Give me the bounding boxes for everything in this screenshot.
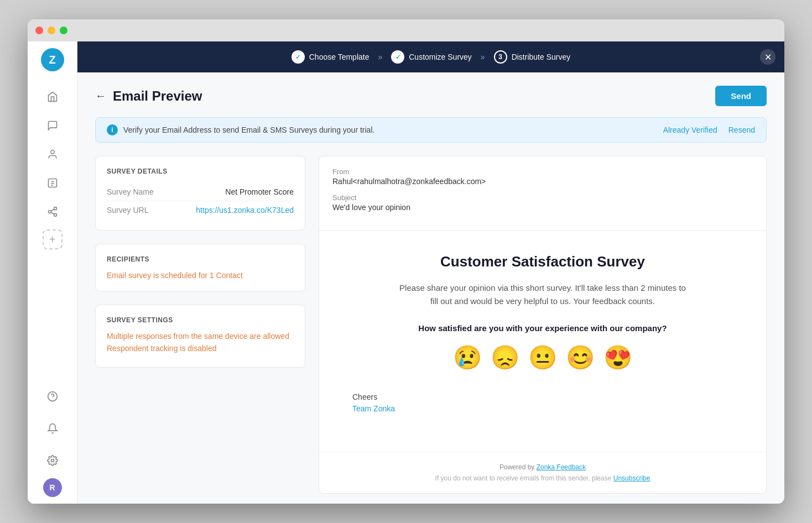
email-footer: Powered by Zonka Feedback If you do not … (319, 452, 766, 493)
close-button[interactable] (35, 27, 43, 34)
sidebar-item-notifications[interactable] (40, 416, 65, 441)
steps-container: ✓ Choose Template » ✓ Customize Survey »… (292, 50, 570, 64)
step-customize-survey: ✓ Customize Survey (391, 50, 472, 64)
survey-details-section: SURVEY DETAILS Survey Name Net Promoter … (95, 156, 305, 231)
step-choose-template: ✓ Choose Template (292, 50, 369, 64)
svg-point-12 (51, 459, 54, 462)
email-cheers: Cheers Team Zonka (341, 391, 744, 413)
recipients-text: Email survey is scheduled for 1 Contact (107, 271, 294, 280)
svg-line-8 (51, 212, 54, 214)
email-preview-panel: From Rahul<rahulmalhotra@zonkafeedback.c… (319, 156, 767, 494)
survey-url-label: Survey URL (107, 206, 148, 215)
already-verified-link[interactable]: Already Verified (663, 125, 717, 134)
step1-icon: ✓ (292, 50, 305, 64)
sidebar-item-home[interactable] (40, 85, 65, 109)
survey-name-row: Survey Name Net Promoter Score (107, 183, 294, 201)
resend-link[interactable]: Resend (728, 125, 755, 134)
from-field: From Rahul<rahulmalhotra@zonkafeedback.c… (332, 168, 753, 186)
subject-value: We'd love your opinion (332, 203, 753, 212)
alert-info-icon: i (107, 124, 118, 135)
emoji-2[interactable]: 😞 (491, 344, 519, 371)
svg-line-9 (51, 209, 54, 211)
close-nav-button[interactable]: ✕ (760, 49, 775, 65)
survey-name-value: Net Promoter Score (225, 187, 294, 196)
send-button[interactable]: Send (715, 86, 767, 106)
step2-label: Customize Survey (409, 53, 472, 61)
step-arrow-2: » (481, 53, 485, 61)
footer-brand-link[interactable]: Zonka Feedback (537, 463, 586, 471)
maximize-button[interactable] (60, 27, 67, 34)
close-nav-icon: ✕ (764, 52, 772, 62)
step-distribute-survey: 3 Distribute Survey (494, 50, 571, 64)
page-title: Email Preview (113, 88, 202, 104)
survey-details-title: SURVEY DETAILS (107, 168, 294, 175)
mac-titlebar (28, 19, 784, 41)
top-navigation: ✓ Choose Template » ✓ Customize Survey »… (77, 41, 784, 72)
survey-url-row: Survey URL https://us1.zonka.co/K73Led (107, 201, 294, 219)
survey-url-value[interactable]: https://us1.zonka.co/K73Led (196, 206, 294, 215)
from-value: Rahul<rahulmalhotra@zonkafeedback.com> (332, 177, 753, 186)
svg-point-0 (50, 150, 54, 154)
subject-field: Subject We'd love your opinion (332, 193, 753, 212)
email-survey-title: Customer Satisfaction Survey (341, 253, 744, 270)
step-arrow-1: » (378, 53, 382, 61)
emoji-1[interactable]: 😢 (453, 344, 482, 371)
emoji-5[interactable]: 😍 (603, 344, 632, 371)
sidebar-item-settings[interactable] (40, 448, 65, 473)
emoji-rating-row: 😢 😞 😐 😊 😍 (341, 344, 744, 371)
cheers-text: Cheers (352, 391, 733, 404)
sidebar-item-surveys[interactable] (40, 171, 65, 195)
svg-point-7 (54, 213, 56, 216)
unsubscribe-prefix: If you do not want to receive emails fro… (435, 474, 613, 482)
main-content: ✓ Choose Template » ✓ Customize Survey »… (77, 41, 784, 504)
settings-item-1: Multiple responses from the same device … (107, 332, 294, 341)
footer-powered-text: Powered by Zonka Feedback (330, 463, 755, 471)
alert-message: Verify your Email Address to send Email … (123, 125, 374, 134)
emoji-3[interactable]: 😐 (528, 344, 557, 371)
unsubscribe-text: If you do not want to receive emails fro… (330, 474, 755, 482)
subject-label: Subject (332, 193, 753, 202)
settings-item-2: Respondent tracking is disabled (107, 344, 294, 353)
recipients-section: RECIPIENTS Email survey is scheduled for… (95, 244, 305, 291)
left-panel: SURVEY DETAILS Survey Name Net Promoter … (95, 156, 305, 368)
survey-settings-section: SURVEY SETTINGS Multiple responses from … (95, 305, 305, 368)
from-label: From (332, 168, 753, 176)
step3-icon: 3 (494, 50, 507, 64)
survey-settings-title: SURVEY SETTINGS (107, 316, 294, 324)
minimize-button[interactable] (48, 27, 55, 34)
mac-window: Z + (28, 19, 784, 504)
footer-powered-label: Powered by (499, 463, 537, 471)
email-header-section: From Rahul<rahulmalhotra@zonkafeedback.c… (319, 156, 766, 231)
sidebar: Z + (28, 41, 77, 504)
alert-banner: i Verify your Email Address to send Emai… (95, 117, 767, 143)
svg-point-6 (48, 211, 51, 213)
email-survey-description: Please share your opinion via this short… (399, 281, 686, 308)
user-avatar[interactable]: R (43, 478, 62, 497)
step1-label: Choose Template (309, 53, 369, 61)
email-body: Customer Satisfaction Survey Please shar… (319, 231, 766, 452)
alert-actions: Already Verified Resend (663, 125, 755, 134)
unsubscribe-link[interactable]: Unsubscribe (613, 474, 650, 482)
step3-label: Distribute Survey (512, 53, 571, 61)
alert-left: i Verify your Email Address to send Emai… (107, 124, 374, 135)
back-title: ← Email Preview (95, 88, 202, 104)
email-survey-question: How satisfied are you with your experien… (341, 323, 744, 333)
app-body: Z + (28, 41, 784, 504)
sidebar-bottom: R (40, 378, 65, 497)
two-col-layout: SURVEY DETAILS Survey Name Net Promoter … (95, 156, 767, 494)
survey-name-label: Survey Name (107, 187, 154, 196)
sidebar-logo[interactable]: Z (41, 48, 64, 71)
sidebar-item-messages[interactable] (40, 113, 65, 138)
emoji-4[interactable]: 😊 (566, 344, 595, 371)
back-button[interactable]: ← (95, 90, 106, 102)
page-header: ← Email Preview Send (95, 86, 767, 106)
sidebar-item-contacts[interactable] (40, 142, 65, 166)
team-text: Team Zonka (352, 404, 733, 413)
svg-point-5 (54, 207, 56, 210)
sidebar-item-integrations[interactable] (40, 200, 65, 224)
step2-icon: ✓ (391, 50, 404, 64)
add-workspace-button[interactable]: + (43, 229, 63, 249)
sidebar-item-help[interactable] (40, 384, 65, 409)
page-content: ← Email Preview Send i Verify your Email… (77, 72, 784, 504)
recipients-title: RECIPIENTS (107, 255, 294, 263)
